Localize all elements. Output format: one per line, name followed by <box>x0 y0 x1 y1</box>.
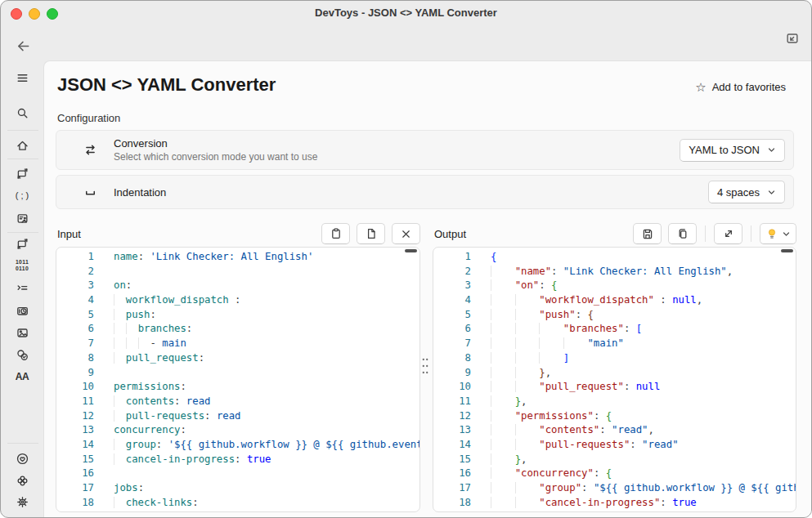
sidebar-item-formatters[interactable] <box>1 208 43 229</box>
sidebar: ( ; )1011 0110AA <box>1 25 43 517</box>
save-button[interactable] <box>633 223 662 244</box>
code-line[interactable]: "concurrency": { <box>491 467 796 481</box>
lightbulb-icon <box>765 227 778 240</box>
line-number: 13 <box>56 423 94 438</box>
conversion-mode-dropdown[interactable]: YAML to JSON <box>680 139 785 162</box>
configuration-label: Configuration <box>57 112 120 124</box>
open-file-button[interactable] <box>357 223 385 244</box>
conversion-title: Conversion <box>114 137 317 150</box>
output-label: Output <box>433 228 466 240</box>
code-line[interactable]: "main" <box>491 337 796 351</box>
add-to-favorites-button[interactable]: ☆ Add to favorites <box>695 81 786 93</box>
sidebar-item-check-tool[interactable] <box>1 344 43 365</box>
line-number: 4 <box>433 293 471 308</box>
line-number: 9 <box>56 366 94 381</box>
code-line[interactable]: }, <box>491 453 796 467</box>
code-line[interactable]: check-links: <box>114 496 419 511</box>
line-number: 1 <box>56 250 94 265</box>
chevron-down-icon <box>782 230 791 239</box>
sidebar-item-extensions[interactable] <box>1 470 43 491</box>
code-line[interactable]: pull_request: <box>114 351 419 366</box>
code-line[interactable] <box>114 467 419 481</box>
sidebar-item-encoders-decoders[interactable]: ( ; ) <box>1 185 43 206</box>
sidebar-item-menu[interactable] <box>1 67 43 88</box>
code-line[interactable]: "cancel-in-progress": true <box>491 496 796 511</box>
code-line[interactable]: "workflow_dispatch" : null, <box>491 293 796 308</box>
line-number: 17 <box>433 481 471 496</box>
code-line[interactable]: jobs: <box>114 481 419 496</box>
output-scrollbar-thumb[interactable] <box>781 249 793 252</box>
toolbar-divider <box>705 226 706 242</box>
close-icon <box>400 228 412 240</box>
conversion-subtitle: Select which conversion mode you want to… <box>114 151 317 163</box>
pip-icon <box>785 31 800 46</box>
code-line[interactable]: "name": "Link Checker: All English", <box>491 265 796 279</box>
code-line[interactable]: "pull_request": null <box>491 380 796 395</box>
sidebar-item-converter-tool[interactable] <box>1 233 43 254</box>
paste-button[interactable] <box>321 223 350 244</box>
code-line[interactable]: contents: read <box>114 395 419 409</box>
code-line[interactable]: }, <box>491 395 796 409</box>
sidebar-item-home[interactable] <box>1 135 43 156</box>
sidebar-item-text-case[interactable]: AA <box>1 366 43 387</box>
compact-overlay-button[interactable] <box>784 30 801 47</box>
code-line[interactable]: ] <box>491 351 796 366</box>
code-line[interactable]: }, <box>491 366 796 381</box>
highlight-button[interactable] <box>760 223 796 244</box>
code-line[interactable]: "pull-requests": "read" <box>491 438 796 453</box>
clear-button[interactable] <box>392 223 420 244</box>
line-number: 16 <box>433 467 471 481</box>
code-line[interactable] <box>114 265 419 279</box>
line-number: 18 <box>433 496 471 511</box>
sidebar-item-search[interactable] <box>1 102 43 123</box>
code-line[interactable]: "on": { <box>491 279 796 293</box>
code-line[interactable]: - main <box>114 337 419 351</box>
code-line[interactable] <box>114 366 419 381</box>
expand-button[interactable] <box>714 223 742 244</box>
code-line[interactable]: workflow_dispatch : <box>114 293 419 308</box>
code-line[interactable]: name: 'Link Checker: All English' <box>114 250 419 265</box>
code-line[interactable]: pull-requests: read <box>114 409 419 424</box>
app-window: DevToys - JSON <> YAML Converter ( ; )10… <box>0 0 812 518</box>
indentation-icon <box>66 185 114 200</box>
sidebar-text-encoders-decoders: ( ; ) <box>16 190 29 200</box>
output-line-numbers: 123456789101112131415161718 <box>433 248 476 511</box>
code-line[interactable]: cancel-in-progress: true <box>114 453 419 467</box>
file-icon <box>365 227 378 240</box>
code-line[interactable]: branches: <box>114 322 419 337</box>
converter-frame-icon <box>16 167 29 181</box>
indentation-dropdown[interactable]: 4 spaces <box>708 181 785 203</box>
code-line[interactable]: permissions: <box>114 380 419 395</box>
code-line[interactable]: on: <box>114 279 419 293</box>
sidebar-item-settings[interactable] <box>1 491 43 512</box>
splitter-grip[interactable] <box>420 356 430 376</box>
code-line[interactable]: "push": { <box>491 308 796 323</box>
line-number: 17 <box>56 481 94 496</box>
code-line[interactable]: group: '${{ github.workflow }} @ ${{ git… <box>114 438 419 453</box>
code-line[interactable]: "contents": "read", <box>491 423 796 438</box>
sidebar-item-date-tool[interactable] <box>1 300 43 321</box>
sidebar-item-converters[interactable] <box>1 163 43 184</box>
code-line[interactable]: "permissions": { <box>491 409 796 424</box>
sidebar-item-number-base[interactable]: 1011 0110 <box>1 255 43 276</box>
line-number: 10 <box>433 380 471 395</box>
sidebar-item-list-tool[interactable] <box>1 277 43 298</box>
code-line[interactable]: "branches": [ <box>491 322 796 337</box>
heart-circle-icon <box>16 452 29 466</box>
copy-button[interactable] <box>668 223 697 244</box>
input-scrollbar-thumb[interactable] <box>405 249 417 252</box>
output-editor[interactable]: 123456789101112131415161718 { "name": "L… <box>433 247 796 512</box>
sidebar-item-favorites[interactable] <box>1 448 43 469</box>
line-number: 13 <box>433 423 471 438</box>
page-title: JSON <> YAML Converter <box>57 74 276 96</box>
sidebar-item-image-tool[interactable] <box>1 322 43 343</box>
line-number: 7 <box>433 337 471 351</box>
code-line[interactable]: push: <box>114 308 419 323</box>
output-code: { "name": "Link Checker: All English", "… <box>476 248 796 511</box>
code-line[interactable]: concurrency: <box>114 423 419 438</box>
line-number: 2 <box>56 265 94 279</box>
input-editor[interactable]: 123456789101112131415161718 name: 'Link … <box>56 247 420 512</box>
line-number: 3 <box>56 279 94 293</box>
code-line[interactable]: { <box>491 250 796 265</box>
code-line[interactable]: "group": "${{ github.workflow }} @ ${{ g… <box>491 481 796 496</box>
